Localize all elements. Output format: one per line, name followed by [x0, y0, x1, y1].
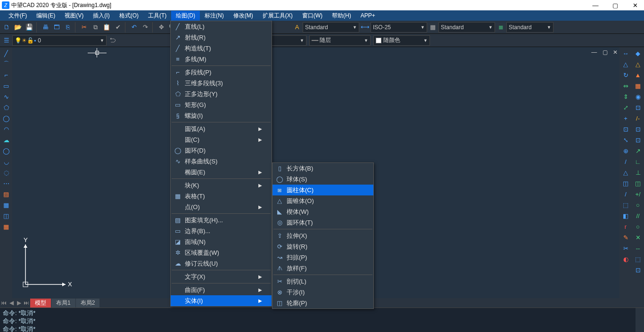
menu-item[interactable]: 扩展工具(X)	[258, 11, 297, 21]
tool-icon[interactable]: ▭	[1, 81, 11, 91]
tab-nav-next-icon[interactable]: ▶	[15, 300, 23, 306]
menu-item[interactable]: 修改(M)	[229, 11, 258, 21]
menu-item[interactable]: 插入(I)	[88, 11, 114, 21]
menu-item[interactable]: 文件(F)	[4, 11, 32, 21]
tool-icon[interactable]: ⇕	[620, 91, 631, 102]
tool-icon[interactable]: ⋯	[1, 178, 11, 188]
menu-item[interactable]: 曲面(F)▶	[171, 284, 272, 295]
menu-item[interactable]: 圆(C)▶	[171, 134, 272, 145]
tool-icon[interactable]: ⬚	[620, 200, 631, 210]
dimstyle-combo[interactable]: ISO-25▼	[371, 22, 427, 32]
menu-item[interactable]: §螺旋(I)	[171, 110, 272, 121]
tool-icon[interactable]: ◠	[1, 124, 11, 134]
tool-icon[interactable]: ∟	[633, 156, 643, 167]
menu-item[interactable]: ◙圆柱体(C)	[272, 185, 373, 195]
tool-icon[interactable]: △	[620, 167, 631, 178]
tool-icon[interactable]: ◫	[620, 178, 631, 188]
cut-icon[interactable]: ✂	[79, 22, 89, 32]
menu-item[interactable]: ╱直线(L)	[171, 21, 272, 32]
viewport-restore-icon[interactable]: ▢	[603, 49, 608, 56]
tool-icon[interactable]: ◯	[1, 113, 11, 123]
textstyle-icon[interactable]: A	[292, 22, 302, 32]
menu-item[interactable]: ↝扫掠(P)	[272, 252, 373, 263]
tool-icon[interactable]: ▨	[1, 189, 11, 199]
tool-icon[interactable]: ⊡	[633, 265, 643, 275]
tab-nav-first-icon[interactable]: ⏮	[0, 300, 8, 306]
tab-layout1[interactable]: 布局1	[51, 299, 75, 308]
menu-item[interactable]: ⌐多段线(P)	[171, 67, 272, 78]
layer-prev-icon[interactable]: ⮌	[107, 35, 117, 46]
print-icon[interactable]: 🖶	[40, 22, 50, 32]
tool-icon[interactable]: △	[620, 59, 631, 69]
tool-icon[interactable]: ✕	[633, 232, 643, 243]
lineweight-combo[interactable]: ━━ 随层▼	[309, 35, 371, 46]
menu-item[interactable]: 椭圆(E)▶	[171, 167, 272, 178]
tablestyle-combo[interactable]: Standard▼	[438, 22, 495, 32]
menu-item[interactable]: ◯圆环(D)	[171, 145, 272, 156]
tool-icon[interactable]: ◐	[620, 254, 631, 264]
tool-icon[interactable]: /	[620, 156, 631, 167]
print-preview-icon[interactable]: 🗔	[51, 22, 62, 32]
publish-icon[interactable]: ⎘	[63, 22, 73, 32]
tool-icon[interactable]: ∿	[1, 91, 11, 102]
tool-icon[interactable]: ◧	[620, 211, 631, 221]
menu-item[interactable]: ⊗干涉(I)	[272, 287, 373, 298]
tool-icon[interactable]: ◉	[633, 91, 643, 102]
layer-combo[interactable]: 💡☀🔓▪ 0▼	[12, 35, 107, 46]
menu-item[interactable]: APP+	[356, 11, 380, 20]
menu-item[interactable]: 块(K)▶	[171, 180, 272, 191]
viewport-minimize-icon[interactable]: —	[591, 49, 597, 56]
paste-icon[interactable]: 📋	[101, 22, 112, 32]
pan-icon[interactable]: ✥	[156, 22, 166, 32]
menu-item[interactable]: 窗口(W)	[297, 11, 327, 21]
tool-icon[interactable]: ⬠	[1, 102, 11, 113]
menu-item[interactable]: ◫轮廓(P)	[272, 298, 373, 308]
menu-item[interactable]: ⌇三维多段线(3)	[171, 78, 272, 89]
menu-item[interactable]: ▭边界(B)...	[171, 226, 272, 236]
menu-item[interactable]: ▯长方体(B)	[272, 163, 373, 174]
menu-item[interactable]: ▨图案填充(H)...	[171, 215, 272, 226]
tool-icon[interactable]: ◡	[1, 156, 11, 167]
tool-icon[interactable]: ↔	[620, 48, 631, 58]
cmd-scrollbar[interactable]	[636, 308, 644, 332]
tool-icon[interactable]: ▦	[633, 81, 643, 91]
tool-icon[interactable]: △	[633, 59, 643, 69]
dimstyle-icon[interactable]: ⟷	[360, 22, 370, 32]
tool-icon[interactable]: ↗	[633, 146, 643, 156]
menu-item[interactable]: ◪面域(N)	[171, 236, 272, 247]
menu-item[interactable]: ≡多线(M)	[171, 54, 272, 65]
tool-icon[interactable]: --	[633, 243, 643, 253]
menu-item[interactable]: ▭矩形(G)	[171, 99, 272, 110]
undo-icon[interactable]: ↶	[129, 22, 139, 32]
tool-icon[interactable]: +/	[633, 189, 643, 199]
tool-icon[interactable]: //	[633, 211, 643, 221]
menu-item[interactable]: △圆锥体(O)	[272, 195, 373, 206]
tool-icon[interactable]: ◌	[1, 167, 11, 178]
menu-item[interactable]: 文字(X)▶	[171, 271, 272, 282]
tool-icon[interactable]: ○	[633, 221, 643, 232]
menu-item[interactable]: 标注(N)	[200, 11, 229, 21]
menu-item[interactable]: ◎圆环体(T)	[272, 217, 373, 228]
menu-item[interactable]: ⇧拉伸(X)	[272, 230, 373, 241]
tool-icon[interactable]: ⊡	[633, 124, 643, 134]
menu-item[interactable]: 工具(T)	[143, 11, 171, 21]
tool-icon[interactable]: ▦	[1, 200, 11, 210]
tool-icon[interactable]: ✂	[620, 243, 631, 253]
tool-icon[interactable]: ☁	[1, 135, 11, 145]
redo-icon[interactable]: ↷	[140, 22, 150, 32]
tool-icon[interactable]: /-	[633, 113, 643, 123]
minimize-button[interactable]: —	[588, 2, 603, 9]
tool-icon[interactable]: ⌐	[1, 70, 11, 80]
tablestyle-icon[interactable]: ▦	[428, 22, 438, 32]
menu-item[interactable]: 实体(I)▶	[171, 295, 272, 306]
menu-item[interactable]: ☁修订云线(U)	[171, 258, 272, 269]
viewport-close-icon[interactable]: ✕	[613, 49, 618, 56]
tool-icon[interactable]: ⊡	[620, 124, 631, 134]
menu-item[interactable]: 绘图(D)	[171, 11, 200, 21]
save-icon[interactable]: 💾	[24, 22, 34, 32]
tool-icon[interactable]: ▦	[1, 221, 11, 232]
tab-nav-prev-icon[interactable]: ◀	[8, 300, 15, 306]
layer-manager-icon[interactable]: ☰	[1, 35, 12, 46]
textstyle-combo[interactable]: Standard▼	[303, 22, 359, 32]
tool-icon[interactable]: +	[620, 113, 631, 123]
